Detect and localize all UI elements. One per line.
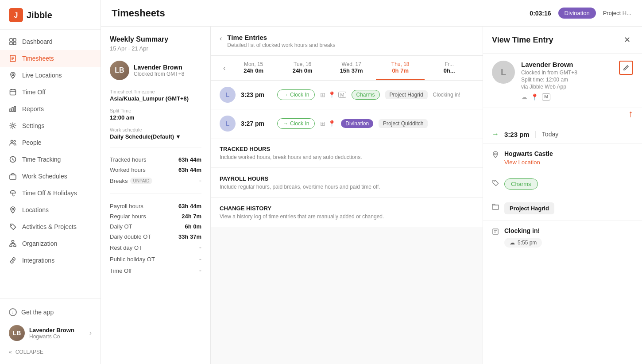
sidebar-item-activities-projects[interactable]: Activities & Projects: [0, 218, 101, 235]
user-name: Lavender Brown: [29, 327, 85, 333]
user-profile[interactable]: LB Lavender Brown Hogwarts Co ›: [0, 321, 101, 345]
entry-time-1: 3:23 pm: [241, 91, 272, 98]
sidebar-item-live-locations-label: Live Locations: [22, 72, 62, 79]
collapse-button[interactable]: « COLLAPSE: [0, 345, 101, 359]
clock-icon: [9, 155, 17, 163]
rp-note-section: Clocking in! ☁ 5:55 pm: [483, 221, 642, 254]
svg-rect-15: [10, 109, 11, 112]
arrow-up-indicator: ↑: [483, 108, 642, 125]
date-col-fri[interactable]: Fr... 0h...: [425, 56, 474, 80]
svg-point-19: [11, 140, 13, 143]
sidebar-item-time-tracking-label: Time Tracking: [22, 156, 61, 163]
location-pin-icon: 📍: [328, 91, 336, 98]
rest-day-ot-row: Rest day OT -: [110, 242, 201, 253]
svg-text:J: J: [14, 12, 18, 19]
rp-tag-content: Charms: [504, 178, 633, 190]
sidebar-item-people[interactable]: People: [0, 134, 101, 151]
sidebar-item-integrations-label: Integrations: [22, 257, 54, 264]
project-hagrid-1[interactable]: Project Hagrid: [385, 90, 428, 99]
svg-rect-2: [10, 39, 12, 41]
rp-header: View Time Entry ✕: [483, 27, 642, 54]
date-col-tue[interactable]: Tue, 16 24h 0m: [278, 56, 327, 80]
rp-project-badge[interactable]: Project Hagrid: [504, 202, 554, 214]
entry-time-2: 3:27 pm: [241, 120, 272, 127]
clock-in-button-2[interactable]: → Clock In: [277, 118, 315, 129]
close-button[interactable]: ✕: [621, 34, 633, 46]
employee-info: Lavender Brown Clocked from GMT+8: [134, 64, 184, 77]
date-col-wed[interactable]: Wed, 17 15h 37m: [327, 56, 376, 80]
sidebar-item-time-tracking[interactable]: Time Tracking: [0, 151, 101, 168]
chevron-left-icon: «: [9, 349, 12, 355]
location-icon: [9, 206, 17, 214]
divination-tag-2[interactable]: Divination: [341, 119, 373, 128]
status-pill[interactable]: Divination: [558, 8, 596, 19]
chevron-right-icon: ›: [89, 329, 92, 337]
sidebar-item-settings[interactable]: Settings: [0, 117, 101, 134]
sidebar-item-settings-label: Settings: [22, 122, 45, 129]
sidebar-item-organization[interactable]: Organization: [0, 235, 101, 252]
copy-icon-2: ⊞: [320, 120, 325, 127]
rp-clocked-from: Clocked in from GMT+8: [521, 70, 613, 76]
arrow-right-icon-2: →: [283, 120, 288, 127]
rp-note-time-badge: ☁ 5:55 pm: [504, 238, 542, 248]
clock-in-button-1[interactable]: → Clock In: [277, 89, 315, 100]
get-app-button[interactable]: ↓ Get the app: [0, 304, 101, 321]
rp-location-section: Hogwarts Castle View Location: [483, 144, 642, 172]
svg-rect-26: [10, 245, 12, 247]
jibble-logo-icon: J: [9, 8, 23, 22]
chevron-down-icon: ▾: [177, 133, 180, 140]
bar-chart-icon: [9, 105, 17, 113]
charms-tag-1[interactable]: Charms: [352, 90, 380, 100]
date-col-mon[interactable]: Mon, 15 24h 0m: [229, 56, 278, 80]
svg-point-10: [12, 74, 14, 76]
rp-via: via Jibble Web App: [521, 84, 613, 90]
project-quidditch-2[interactable]: Project Quidditch: [379, 119, 428, 128]
copy-icon: ⊞: [320, 91, 325, 98]
sidebar: J Jibble Dashboard Timesheets Live Locat…: [0, 0, 101, 364]
time-entry-row-2[interactable]: L 3:27 pm → Clock In ⊞ 📍 Divination Proj…: [211, 109, 483, 138]
sidebar-item-locations[interactable]: Locations: [0, 201, 101, 218]
rp-charms-tag[interactable]: Charms: [504, 178, 538, 190]
svg-rect-17: [14, 106, 15, 112]
back-button[interactable]: ‹: [220, 35, 222, 43]
tag-section-icon: [492, 179, 499, 186]
rp-title: View Time Entry: [492, 35, 553, 45]
entry-note-1: Clocking in!: [433, 92, 474, 98]
file-text-icon: [9, 54, 17, 62]
map-marker-icon: 📍: [531, 93, 538, 101]
date-columns: Mon, 15 24h 0m Tue, 16 24h 0m Wed, 17 15…: [229, 56, 474, 80]
sidebar-item-timesheets[interactable]: Timesheets: [0, 50, 101, 67]
svg-point-24: [11, 225, 12, 226]
timezone-row: Timesheet Timezone Asia/Kuala_Lumpur (GM…: [110, 89, 201, 102]
sidebar-item-dashboard[interactable]: Dashboard: [0, 33, 101, 50]
employee-row: LB Lavender Brown Clocked from GMT+8: [110, 61, 201, 80]
umbrella-icon: [9, 189, 17, 197]
edit-button[interactable]: [619, 61, 633, 75]
pencil-icon: [623, 65, 629, 71]
rp-project-section: Project Hagrid: [483, 196, 642, 221]
location-pin-icon-2: 📍: [328, 120, 336, 127]
date-col-thu[interactable]: Thu, 18 0h 7m: [376, 56, 425, 80]
work-schedule-row: Work schedule Daily Schedule(Default) ▾: [110, 127, 201, 140]
payroll-hours-row: Payroll hours 63h 44m: [110, 201, 201, 211]
page-title: Timesheets: [112, 8, 522, 19]
sidebar-item-reports[interactable]: Reports: [0, 101, 101, 117]
worked-hours-row: Worked hours 63h 44m: [110, 165, 201, 175]
time-entry-row-1[interactable]: L 3:23 pm → Clock In ⊞ 📍 M Charms Projec…: [211, 81, 483, 109]
sidebar-item-time-off-holidays[interactable]: Time Off & Holidays: [0, 185, 101, 201]
logo[interactable]: J Jibble: [0, 0, 101, 30]
sidebar-item-time-off[interactable]: Time Off: [0, 84, 101, 101]
employee-avatar: LB: [110, 61, 129, 80]
date-nav: ‹ Mon, 15 24h 0m Tue, 16 24h 0m Wed, 17 …: [211, 56, 483, 81]
view-location-link[interactable]: View Location: [504, 159, 633, 166]
m-icon: M: [338, 92, 346, 98]
sidebar-item-integrations[interactable]: Integrations: [0, 252, 101, 269]
svg-rect-22: [10, 175, 16, 179]
date-prev-button[interactable]: ‹: [220, 57, 229, 79]
sidebar-item-live-locations[interactable]: Live Locations: [0, 67, 101, 84]
tag-icon: [9, 223, 17, 231]
rp-note-content: Clocking in! ☁ 5:55 pm: [504, 227, 633, 248]
center-panel: ‹ Time Entries Detailed list of clocked …: [211, 27, 483, 364]
sidebar-item-work-schedules[interactable]: Work Schedules: [0, 168, 101, 185]
clock-in-arrow-icon: →: [492, 130, 499, 138]
